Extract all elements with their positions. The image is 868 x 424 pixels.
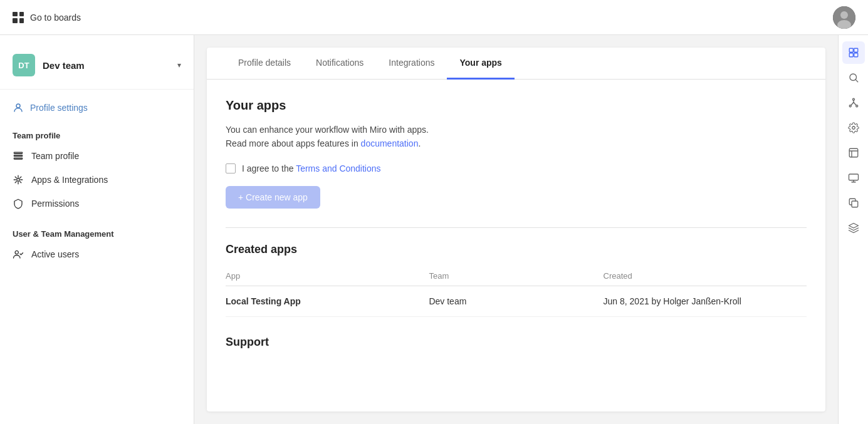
col-header-app: App [226, 266, 429, 286]
topbar: Go to boards [0, 0, 868, 35]
terms-text: I agree to the Terms and Conditions [242, 163, 381, 173]
col-header-created: Created [604, 266, 807, 286]
avatar[interactable] [833, 6, 855, 29]
layers-icon[interactable] [842, 217, 865, 239]
app-team: Dev team [429, 286, 603, 316]
monitor-icon[interactable] [842, 167, 865, 189]
tab-integrations[interactable]: Integrations [376, 48, 447, 80]
your-apps-title: Your apps [226, 98, 807, 113]
person-icon [13, 102, 24, 113]
svg-rect-23 [849, 174, 858, 180]
created-apps-title: Created apps [226, 243, 807, 256]
main-layout: DT Dev team ▾ Profile settings Team prof… [0, 35, 868, 424]
terms-checkbox[interactable] [226, 163, 236, 173]
active-users-icon [13, 249, 24, 260]
tab-your-apps[interactable]: Your apps [447, 48, 514, 80]
created-apps-table: App Team Created Local Testing App Dev t… [226, 266, 807, 317]
right-sidebar [838, 35, 868, 424]
active-users-label: Active users [31, 249, 79, 259]
chevron-down-icon: ▾ [177, 61, 181, 70]
svg-point-21 [852, 127, 855, 130]
right-panel: Profile details Notifications Integratio… [207, 48, 825, 411]
team-header[interactable]: DT Dev team ▾ [0, 48, 194, 90]
template-icon[interactable] [842, 142, 865, 164]
svg-point-12 [15, 251, 18, 254]
col-header-team: Team [429, 266, 603, 286]
fork-icon[interactable] [842, 91, 865, 114]
sidebar-item-apps-integrations[interactable]: Apps & Integrations [0, 168, 194, 192]
avatar-image [833, 6, 855, 29]
sidebar: DT Dev team ▾ Profile settings Team prof… [0, 35, 194, 424]
list-icon [13, 150, 24, 162]
svg-point-1 [840, 11, 848, 19]
app-name: Local Testing App [226, 286, 429, 316]
integrations-icon [13, 174, 24, 185]
permissions-label: Permissions [31, 199, 79, 209]
profile-settings-label: Profile settings [30, 103, 88, 113]
svg-point-3 [16, 104, 20, 108]
go-to-boards-label[interactable]: Go to boards [30, 13, 81, 23]
grid-icon[interactable] [13, 12, 24, 23]
your-apps-description: You can enhance your workflow with Miro … [226, 123, 807, 151]
topbar-left: Go to boards [13, 12, 81, 23]
tabs-bar: Profile details Notifications Integratio… [207, 48, 825, 80]
profile-settings-link[interactable]: Profile settings [0, 96, 194, 120]
apps-integrations-label: Apps & Integrations [31, 175, 108, 185]
svg-rect-13 [849, 48, 853, 52]
team-profile-label: Team profile [31, 151, 79, 161]
table-row: Local Testing App Dev team Jun 8, 2021 b… [226, 286, 807, 316]
create-new-app-button[interactable]: + Create new app [226, 186, 320, 209]
search-icon[interactable] [842, 66, 865, 89]
user-team-section-label: User & Team Management [0, 224, 194, 242]
content-area: Your apps You can enhance your workflow … [207, 80, 825, 368]
svg-rect-24 [852, 201, 858, 207]
section-divider [226, 227, 807, 228]
svg-point-11 [17, 178, 20, 182]
team-name: Dev team [43, 60, 170, 71]
support-title: Support [226, 336, 807, 349]
copy-icon[interactable] [842, 192, 865, 214]
svg-rect-22 [849, 148, 858, 157]
boards-icon[interactable] [842, 41, 865, 64]
terms-row: I agree to the Terms and Conditions [226, 163, 807, 173]
svg-rect-16 [854, 53, 857, 57]
sidebar-item-permissions[interactable]: Permissions [0, 192, 194, 215]
tab-profile-details[interactable]: Profile details [226, 48, 303, 80]
documentation-link[interactable]: documentation [361, 138, 419, 148]
sidebar-item-active-users[interactable]: Active users [0, 242, 194, 266]
svg-rect-15 [849, 53, 853, 57]
settings-icon[interactable] [842, 116, 865, 139]
app-created: Jun 8, 2021 by Holger Janßen-Kroll [604, 286, 807, 316]
team-profile-section-label: Team profile [0, 126, 194, 144]
team-avatar: DT [13, 54, 35, 76]
terms-link[interactable]: Terms and Conditions [296, 163, 380, 173]
svg-rect-14 [854, 48, 857, 52]
shield-icon [13, 198, 24, 209]
tab-notifications[interactable]: Notifications [303, 48, 376, 80]
sidebar-item-team-profile[interactable]: Team profile [0, 144, 194, 168]
